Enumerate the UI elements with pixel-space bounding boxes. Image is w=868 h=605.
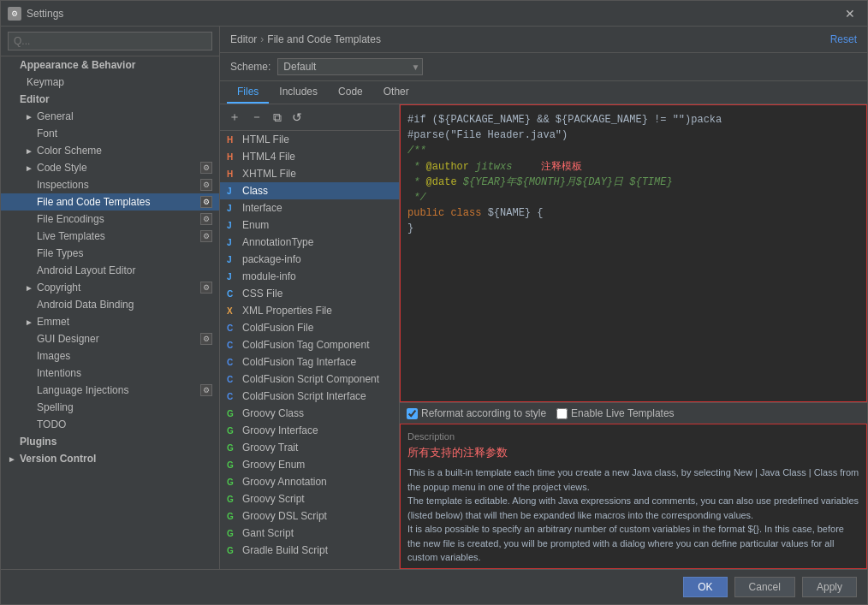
- file-item-html4[interactable]: HHTML4 File: [220, 148, 399, 165]
- sidebar-item-file-code-templates[interactable]: File and Code Templates⚙: [1, 193, 219, 211]
- groovy-file-icon: G: [227, 426, 239, 436]
- sidebar-item-label: Font: [37, 128, 57, 139]
- file-item-groovy-trait[interactable]: GGroovy Trait: [220, 439, 399, 456]
- sidebar-item-code-style[interactable]: ►Code Style⚙: [1, 159, 219, 176]
- sidebar-item-color-scheme[interactable]: ►Color Scheme: [1, 142, 219, 159]
- file-item-groovy-iface[interactable]: GGroovy Interface: [220, 422, 399, 439]
- reset-button[interactable]: Reset: [830, 33, 857, 45]
- file-item-xml-prop[interactable]: XXML Properties File: [220, 302, 399, 319]
- sidebar-item-general[interactable]: ►General: [1, 108, 219, 125]
- tab-includes[interactable]: Includes: [269, 81, 328, 104]
- tab-code[interactable]: Code: [328, 81, 373, 104]
- file-item-html[interactable]: HHTML File: [220, 131, 399, 148]
- file-item-cf-tag-comp[interactable]: CColdFusion Tag Component: [220, 336, 399, 353]
- file-item-gradle-build[interactable]: GGradle Build Script: [220, 542, 399, 559]
- sidebar-item-file-types[interactable]: File Types: [1, 245, 219, 262]
- file-list-toolbar: ＋ － ⧉ ↺: [220, 104, 399, 131]
- file-item-label: XHTML File: [242, 168, 296, 180]
- file-item-label: ColdFusion Script Component: [242, 373, 379, 385]
- sidebar-item-emmet[interactable]: ►Emmet: [1, 313, 219, 330]
- sidebar-item-label: Live Templates: [37, 230, 105, 242]
- settings-badge: ⚙: [200, 196, 212, 208]
- cf-file-icon: C: [227, 323, 239, 333]
- live-templates-checkbox[interactable]: [556, 408, 568, 419]
- groovy-file-icon: G: [227, 529, 239, 538]
- description-paragraph: This is a built-in template each time yo…: [407, 466, 859, 494]
- close-button[interactable]: ✕: [840, 5, 860, 22]
- file-item-class[interactable]: JClass: [220, 182, 399, 199]
- file-item-cf-file[interactable]: CColdFusion File: [220, 319, 399, 336]
- sidebar-item-label: Android Data Binding: [37, 299, 134, 311]
- file-item-module-info[interactable]: Jmodule-info: [220, 268, 399, 285]
- file-item-cf-script-iface[interactable]: CColdFusion Script Interface: [220, 388, 399, 405]
- file-item-groovy-script[interactable]: GGroovy Script: [220, 490, 399, 507]
- mid-area: ＋ － ⧉ ↺ HHTML FileHHTML4 FileHXHTML File…: [220, 104, 867, 569]
- file-item-groovy-dsl[interactable]: GGroovy DSL Script: [220, 507, 399, 525]
- file-item-css[interactable]: CCSS File: [220, 285, 399, 302]
- sidebar-item-editor[interactable]: Editor: [1, 91, 219, 108]
- breadcrumb-page: File and Code Templates: [267, 33, 381, 45]
- sidebar-item-label: GUI Designer: [37, 333, 99, 345]
- groovy-file-icon: G: [227, 546, 239, 555]
- title-bar: ⚙ Settings ✕: [1, 1, 867, 27]
- live-templates-checkbox-wrap[interactable]: Enable Live Templates: [556, 407, 675, 419]
- sidebar-item-gui-designer[interactable]: GUI Designer⚙: [1, 330, 219, 347]
- copy-button[interactable]: ⧉: [270, 108, 285, 127]
- sidebar-item-version-control[interactable]: ►Version Control: [1, 450, 219, 467]
- groovy-file-icon: G: [227, 495, 239, 504]
- file-item-annotation[interactable]: JAnnotationType: [220, 234, 399, 251]
- sidebar-item-android-layout[interactable]: Android Layout Editor: [1, 262, 219, 279]
- code-line: */: [407, 190, 859, 205]
- scheme-row: Scheme: Default ▼: [220, 53, 867, 81]
- file-item-groovy-class[interactable]: GGroovy Class: [220, 405, 399, 422]
- sidebar-item-plugins[interactable]: Plugins: [1, 433, 219, 450]
- file-item-groovy-annotation[interactable]: GGroovy Annotation: [220, 473, 399, 490]
- java-file-icon: J: [227, 204, 239, 213]
- sidebar-item-label: File Encodings: [37, 213, 104, 225]
- sidebar-item-font[interactable]: Font: [1, 125, 219, 142]
- cf-file-icon: C: [227, 358, 239, 367]
- sidebar-item-keymap[interactable]: Keymap: [1, 74, 219, 91]
- sidebar-item-label: Code Style: [37, 162, 87, 174]
- file-item-cf-tag-iface[interactable]: CColdFusion Tag Interface: [220, 353, 399, 371]
- tab-files[interactable]: Files: [227, 81, 269, 104]
- sidebar-item-images[interactable]: Images: [1, 347, 219, 365]
- xml-file-icon: X: [227, 306, 239, 316]
- sidebar-item-android-data[interactable]: Android Data Binding: [1, 296, 219, 313]
- ok-button[interactable]: OK: [683, 577, 727, 597]
- sidebar-item-live-templates[interactable]: Live Templates⚙: [1, 228, 219, 245]
- search-input[interactable]: [8, 32, 212, 50]
- file-item-label: XML Properties File: [242, 305, 332, 317]
- sidebar-item-inspections[interactable]: Inspections⚙: [1, 176, 219, 193]
- code-editor[interactable]: #if (${PACKAGE_NAME} && ${PACKAGE_NAME} …: [400, 104, 867, 402]
- sidebar-item-language-injections[interactable]: Language Injections⚙: [1, 382, 219, 399]
- scheme-select[interactable]: Default: [277, 58, 423, 75]
- sidebar-item-appearance[interactable]: Appearance & Behavior: [1, 56, 219, 74]
- file-item-groovy-enum[interactable]: GGroovy Enum: [220, 456, 399, 473]
- file-item-interface[interactable]: JInterface: [220, 199, 399, 216]
- add-button[interactable]: ＋: [225, 108, 244, 127]
- file-item-enum[interactable]: JEnum: [220, 216, 399, 234]
- sidebar-item-label: Editor: [20, 93, 50, 105]
- remove-button[interactable]: －: [247, 108, 266, 127]
- apply-button[interactable]: Apply: [802, 577, 857, 597]
- cancel-button[interactable]: Cancel: [734, 577, 795, 597]
- file-item-gant[interactable]: GGant Script: [220, 525, 399, 542]
- reformat-checkbox-wrap[interactable]: Reformat according to style: [407, 407, 546, 419]
- reformat-checkbox[interactable]: [407, 408, 418, 419]
- reset-template-button[interactable]: ↺: [288, 108, 306, 127]
- sidebar-item-file-encodings[interactable]: File Encodings⚙: [1, 211, 219, 228]
- sidebar-item-intentions[interactable]: Intentions: [1, 365, 219, 382]
- file-item-xhtml[interactable]: HXHTML File: [220, 165, 399, 182]
- file-item-package-info[interactable]: Jpackage-info: [220, 251, 399, 268]
- sidebar-item-copyright[interactable]: ►Copyright⚙: [1, 279, 219, 296]
- code-footer: Reformat according to style Enable Live …: [400, 402, 867, 424]
- file-list-items: HHTML FileHHTML4 FileHXHTML FileJClassJI…: [220, 131, 399, 569]
- tree-arrow-icon: ►: [25, 317, 33, 327]
- sidebar-item-todo[interactable]: TODO: [1, 416, 219, 433]
- file-item-label: Groovy Class: [242, 407, 304, 419]
- file-item-cf-script-comp[interactable]: CColdFusion Script Component: [220, 371, 399, 388]
- sidebar-item-spelling[interactable]: Spelling: [1, 399, 219, 416]
- description-area: Description 所有支持的注释参数 This is a built-in…: [400, 424, 867, 569]
- tab-other[interactable]: Other: [373, 81, 419, 104]
